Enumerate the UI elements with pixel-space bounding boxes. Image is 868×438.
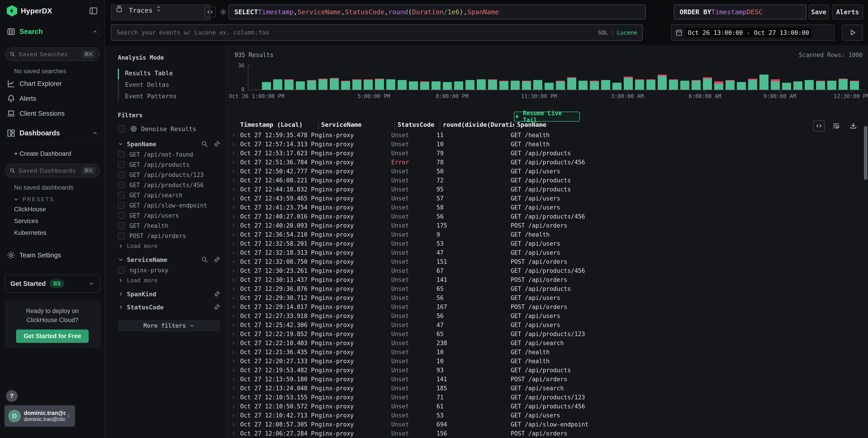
table-row[interactable]: ›Oct 27 12:13:59.180 PMnginx-proxyUnset1… <box>227 375 868 384</box>
alerts-button[interactable]: Alerts <box>832 4 863 20</box>
filter-group-spankind[interactable]: SpanKind <box>118 291 220 298</box>
search-icon[interactable] <box>201 140 208 147</box>
filter-checkbox[interactable] <box>118 202 125 209</box>
table-row[interactable]: ›Oct 27 12:51:36.784 PMnginx-proxyError7… <box>227 158 868 167</box>
table-row[interactable]: ›Oct 27 12:06:27.284 PMnginx-proxyUnset1… <box>227 429 868 438</box>
run-query-button[interactable] <box>842 25 863 41</box>
filter-checkbox[interactable] <box>118 212 125 219</box>
results-histogram[interactable] <box>248 65 863 90</box>
table-row[interactable]: ›Oct 27 12:53:17.623 PMnginx-proxyUnset7… <box>227 149 868 158</box>
table-row[interactable]: ›Oct 27 12:10:42.713 PMnginx-proxyUnset5… <box>227 411 868 420</box>
denoise-results-option[interactable]: Denoise Results <box>118 125 220 133</box>
table-row[interactable]: ›Oct 27 12:32:08.750 PMnginx-proxyUnset1… <box>227 257 868 266</box>
sidebar-collapse-icon[interactable] <box>89 6 98 15</box>
save-button[interactable]: Save <box>809 4 829 20</box>
search-icon[interactable] <box>201 256 208 263</box>
table-row[interactable]: ›Oct 27 12:29:30.712 PMnginx-proxyUnset5… <box>227 293 868 302</box>
table-row[interactable]: ›Oct 27 12:30:13.437 PMnginx-proxyUnset1… <box>227 275 868 284</box>
filter-option[interactable]: GET /api/users <box>118 210 220 221</box>
denoise-checkbox[interactable] <box>118 126 125 132</box>
query-settings-button[interactable] <box>218 6 229 18</box>
filter-option[interactable]: GET /api/products <box>118 160 220 170</box>
get-started-free-button[interactable]: Get Started for Free <box>16 330 89 343</box>
filter-checkbox[interactable] <box>118 267 125 274</box>
table-row[interactable]: ›Oct 27 12:46:08.221 PMnginx-proxyUnset7… <box>227 176 868 185</box>
filter-checkbox[interactable] <box>118 181 125 189</box>
table-row[interactable]: ›Oct 27 12:25:42.306 PMnginx-proxyUnset4… <box>227 321 868 330</box>
table-row[interactable]: ›Oct 27 12:19:53.482 PMnginx-proxyUnset9… <box>227 366 868 375</box>
scrollbar-thumb[interactable] <box>864 126 867 180</box>
preset-kubernetes[interactable]: Kubernetes <box>0 227 105 239</box>
presets-toggle[interactable]: PRESETS <box>0 193 105 203</box>
date-range-picker[interactable]: Oct 26 13:00:00 - Oct 27 13:00:00 <box>671 25 834 41</box>
filter-checkbox[interactable] <box>118 222 125 229</box>
table-row[interactable]: ›Oct 27 12:40:20.093 PMnginx-proxyUnset1… <box>227 221 868 230</box>
table-row[interactable]: ›Oct 27 12:50:42.777 PMnginx-proxyUnset5… <box>227 167 868 176</box>
saved-searches-input[interactable]: Saved Searches ⌘K <box>5 47 100 61</box>
column-header-statuscode[interactable]: StatusCode <box>395 121 440 131</box>
source-selector[interactable]: Traces <box>111 4 210 20</box>
table-row[interactable]: ›Oct 27 12:08:57.305 PMnginx-proxyUnset6… <box>227 420 868 429</box>
pin-icon[interactable] <box>213 304 220 311</box>
filter-group-spanname[interactable]: SpanName <box>118 140 220 147</box>
table-row[interactable]: ›Oct 27 12:32:18.313 PMnginx-proxyUnset4… <box>227 248 868 257</box>
table-row[interactable]: ›Oct 27 12:22:10.403 PMnginx-proxyUnset2… <box>227 339 868 347</box>
table-row[interactable]: ›Oct 27 12:29:14.817 PMnginx-proxyUnset1… <box>227 302 868 311</box>
sidebar-item-search[interactable]: Search <box>0 22 105 42</box>
analysis-mode-event-patterns[interactable]: Event Patterns <box>125 91 220 102</box>
event-search-bar[interactable]: SQL | Lucene <box>111 25 643 41</box>
filter-checkbox[interactable] <box>118 171 125 178</box>
sidebar-item-team-settings[interactable]: Team Settings <box>0 239 105 260</box>
table-row[interactable]: ›Oct 27 12:32:58.201 PMnginx-proxyUnset5… <box>227 239 868 248</box>
filter-checkbox[interactable] <box>118 192 125 199</box>
filter-option[interactable]: nginx-proxy <box>118 265 220 275</box>
table-row[interactable]: ›Oct 27 12:36:54.210 PMnginx-proxyUnset9… <box>227 230 868 239</box>
table-row[interactable]: ›Oct 27 12:27:33.918 PMnginx-proxyUnset5… <box>227 311 868 321</box>
table-row[interactable]: ›Oct 27 12:21:36.435 PMnginx-proxyUnset1… <box>227 347 868 357</box>
analysis-mode-event-deltas[interactable]: Event Deltas <box>125 79 220 91</box>
pin-icon[interactable] <box>213 140 220 147</box>
filter-option[interactable]: GET /health <box>118 221 220 231</box>
table-row[interactable]: ›Oct 27 12:43:59.465 PMnginx-proxyUnset5… <box>227 194 868 203</box>
column-resize-handle[interactable] <box>514 122 515 130</box>
filter-option[interactable]: GET /api/products/456 <box>118 180 220 190</box>
table-row[interactable]: ›Oct 27 12:41:23.754 PMnginx-proxyUnset5… <box>227 203 868 212</box>
preset-services[interactable]: Services <box>0 215 105 227</box>
sidebar-item-dashboards[interactable]: Dashboards <box>0 123 105 143</box>
table-row[interactable]: ›Oct 27 12:44:10.832 PMnginx-proxyUnset9… <box>227 185 868 194</box>
preset-clickhouse[interactable]: ClickHouse <box>0 203 105 215</box>
user-menu[interactable]: D dominic.tran@clic... dominic.tran@clic… <box>4 405 75 427</box>
filter-group-statuscode[interactable]: StatusCode <box>118 304 220 311</box>
get-started-dropdown[interactable]: Get Started 3/3 <box>4 275 100 293</box>
pin-icon[interactable] <box>213 291 220 298</box>
table-row[interactable]: ›Oct 27 12:10:50.572 PMnginx-proxyUnset6… <box>227 402 868 411</box>
table-row[interactable]: ›Oct 27 12:20:27.133 PMnginx-proxyUnset1… <box>227 357 868 366</box>
column-resize-handle[interactable] <box>395 122 395 130</box>
filter-option[interactable]: GET /api/not-found <box>118 149 220 160</box>
table-row[interactable]: ›Oct 27 12:22:19.852 PMnginx-proxyUnset6… <box>227 330 868 339</box>
help-button[interactable]: ? <box>6 390 18 402</box>
load-more-button[interactable]: Load more <box>118 241 220 250</box>
analysis-mode-results-table[interactable]: Results Table <box>125 67 220 79</box>
sql-mode-toggle[interactable]: SQL <box>598 29 608 36</box>
search-input[interactable] <box>116 29 598 36</box>
filter-option[interactable]: GET /api/slow-endpoint <box>118 200 220 210</box>
column-header-duration[interactable]: round(divide(Duration, <box>440 121 514 131</box>
resume-live-tail-button[interactable]: Resume Live Tail <box>514 112 580 122</box>
table-row[interactable]: ›Oct 27 12:57:14.313 PMnginx-proxyUnset1… <box>227 140 868 149</box>
table-row[interactable]: ›Oct 27 12:13:24.048 PMnginx-proxyUnset1… <box>227 384 868 393</box>
pin-icon[interactable] <box>213 256 220 263</box>
load-more-button[interactable]: Load more <box>118 275 220 284</box>
filter-checkbox[interactable] <box>118 161 125 168</box>
column-header-timestamp[interactable]: Timestamp (Local) <box>240 121 318 131</box>
create-dashboard-button[interactable]: + Create Dashboard <box>0 147 105 160</box>
filter-group-servicename[interactable]: ServiceName <box>118 256 220 263</box>
table-row[interactable]: ›Oct 27 12:10:53.155 PMnginx-proxyUnset7… <box>227 393 868 402</box>
saved-dashboards-input[interactable]: Saved Dashboards ⌘K <box>5 164 100 177</box>
column-resize-handle[interactable] <box>440 122 440 130</box>
filter-option[interactable]: POST /api/orders <box>118 231 220 241</box>
lucene-mode-toggle[interactable]: Lucene <box>617 29 637 36</box>
table-row[interactable]: ›Oct 27 12:59:35.478 PMnginx-proxyUnset1… <box>227 131 868 140</box>
sidebar-item-client-sessions[interactable]: Client Sessions <box>0 106 105 121</box>
order-by-input[interactable]: ORDER BY Timestamp DESC <box>674 4 806 20</box>
